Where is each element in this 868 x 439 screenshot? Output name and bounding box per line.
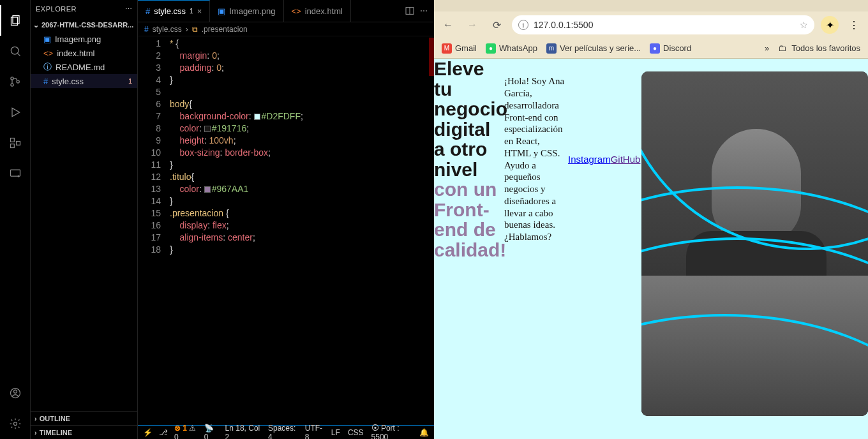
breadcrumb-symbol: .presentacion <box>202 25 248 34</box>
svg-rect-8 <box>10 138 14 142</box>
site-info-icon[interactable]: i <box>518 20 528 30</box>
run-debug-icon[interactable] <box>0 97 31 128</box>
svg-point-4 <box>10 77 13 80</box>
all-bookmarks[interactable]: Todos los favoritos <box>791 43 860 53</box>
svg-point-2 <box>11 47 19 54</box>
profile-photo <box>641 71 868 416</box>
svg-rect-9 <box>10 144 14 148</box>
bookmark-Ver películas y serie...[interactable]: mVer películas y serie... <box>546 43 641 54</box>
activity-bar <box>0 0 31 439</box>
file-style.css[interactable]: #style.css1 <box>31 74 137 88</box>
minimap[interactable] <box>402 38 434 425</box>
browser-window: ← → ⟳ i 127.0.0.1:5500 ☆ ✦ ⋮ MGmail●What… <box>434 0 868 439</box>
url-bar[interactable]: i 127.0.0.1:5500 ☆ <box>512 15 814 34</box>
page-viewport[interactable]: Eleve tu negocio digital a otro nivel co… <box>434 59 868 439</box>
bookmark-WhatsApp[interactable]: ●WhatsApp <box>486 43 537 54</box>
encoding-status[interactable]: UTF-8 <box>305 424 324 440</box>
explorer-icon[interactable] <box>0 5 31 36</box>
svg-point-12 <box>18 175 19 177</box>
remote-icon[interactable] <box>0 158 31 189</box>
page-title: Eleve tu negocio digital a otro nivel co… <box>434 59 504 260</box>
bookmark-Discord[interactable]: ●Discord <box>650 43 691 54</box>
bookmark-Gmail[interactable]: MGmail <box>442 43 477 54</box>
radio-tower-icon[interactable]: 📡 0 <box>204 424 218 440</box>
folder-icon: 🗀 <box>778 43 786 53</box>
chevron-down-icon: ⌄ <box>33 21 39 29</box>
breadcrumb[interactable]: # style.css › ⧉ .presentacion <box>138 22 434 36</box>
bookmark-star-icon[interactable]: ☆ <box>800 20 808 30</box>
svg-marker-7 <box>12 108 20 116</box>
folder-row[interactable]: ⌄ 2067-HTML-CSS-DESARR... <box>31 18 137 32</box>
explorer-header: EXPLORER ⋯ <box>31 0 137 18</box>
url-text: 127.0.0.1:5500 <box>534 20 593 30</box>
svg-point-14 <box>13 390 17 393</box>
settings-icon[interactable] <box>0 408 31 439</box>
title-accent: con un Front-end de calidad! <box>434 179 506 260</box>
status-bar: ⚡ ⎇ ⊗ 1 ⚠ 0 📡 0 Ln 18, Col 2 Spaces: 4 U… <box>138 425 434 439</box>
eol-status[interactable]: LF <box>331 428 340 437</box>
forward-button[interactable]: → <box>463 16 481 34</box>
file-index.html[interactable]: <>index.html <box>31 46 137 60</box>
source-control-icon[interactable] <box>0 66 31 97</box>
svg-point-5 <box>10 84 13 86</box>
browser-tabstrip[interactable] <box>434 0 868 11</box>
svg-rect-10 <box>16 142 20 145</box>
more-actions-icon[interactable]: ⋯ <box>420 6 428 15</box>
live-server-status[interactable]: ⦿ Port : 5500 <box>371 424 412 440</box>
split-editor-icon[interactable] <box>405 6 415 16</box>
file-README.md[interactable]: ⓘREADME.md <box>31 60 137 74</box>
svg-rect-11 <box>10 170 20 176</box>
breadcrumb-file: style.css <box>153 25 182 34</box>
problems-status[interactable]: ⊗ 1 ⚠ 0 <box>174 424 198 440</box>
bookmarks-bar: MGmail●WhatsAppmVer películas y serie...… <box>434 38 868 59</box>
timeline-section[interactable]: ›TIMELINE <box>31 425 137 439</box>
reload-button[interactable]: ⟳ <box>488 16 505 34</box>
indent-status[interactable]: Spaces: 4 <box>268 424 297 440</box>
explorer-title: EXPLORER <box>36 5 77 13</box>
search-icon[interactable] <box>0 36 31 66</box>
outline-section[interactable]: ›OUTLINE <box>31 411 137 425</box>
explorer-sidebar: EXPLORER ⋯ ⌄ 2067-HTML-CSS-DESARR... ▣Im… <box>31 0 138 439</box>
github-link[interactable]: GitHub <box>611 154 641 165</box>
extension-icon[interactable]: ✦ <box>821 16 839 34</box>
page-paragraph: ¡Hola! Soy Ana García, desarrolladora Fr… <box>504 75 568 243</box>
instagram-link[interactable]: Instagram <box>568 154 611 165</box>
browser-toolbar: ← → ⟳ i 127.0.0.1:5500 ☆ ✦ ⋮ <box>434 11 868 38</box>
notifications-icon[interactable]: 🔔 <box>419 428 429 437</box>
git-branch[interactable]: ⎇ <box>159 428 168 437</box>
overview-ruler <box>429 38 434 76</box>
tab-style.css[interactable]: #style.css1× <box>138 0 210 22</box>
language-status[interactable]: CSS <box>348 428 364 437</box>
svg-point-6 <box>17 80 19 83</box>
explorer-more-icon[interactable]: ⋯ <box>125 5 133 13</box>
svg-point-15 <box>13 422 17 426</box>
folder-name: 2067-HTML-CSS-DESARR... <box>41 21 133 29</box>
svg-line-3 <box>17 53 20 56</box>
vscode-window: EXPLORER ⋯ ⌄ 2067-HTML-CSS-DESARR... ▣Im… <box>0 0 434 439</box>
tab-Imagem.png[interactable]: ▣Imagem.png <box>210 0 283 22</box>
editor-area: #style.css1×▣Imagem.png<>index.html ⋯ # … <box>138 0 434 439</box>
tab-index.html[interactable]: <>index.html <box>284 0 351 22</box>
code-editor[interactable]: 123456789101112131415161718 * { margin: … <box>138 36 434 425</box>
file-Imagem.png[interactable]: ▣Imagem.png <box>31 32 137 46</box>
tab-bar: #style.css1×▣Imagem.png<>index.html ⋯ <box>138 0 434 22</box>
extensions-icon[interactable] <box>0 128 31 158</box>
account-icon[interactable] <box>0 378 31 408</box>
remote-status[interactable]: ⚡ <box>143 428 153 437</box>
cursor-position[interactable]: Ln 18, Col 2 <box>225 424 260 440</box>
bookmarks-overflow-icon[interactable]: » <box>765 43 769 53</box>
close-icon[interactable]: × <box>197 6 202 16</box>
page-links: InstagramGitHub <box>568 154 640 165</box>
menu-icon[interactable]: ⋮ <box>845 16 863 34</box>
back-button[interactable]: ← <box>439 16 457 34</box>
